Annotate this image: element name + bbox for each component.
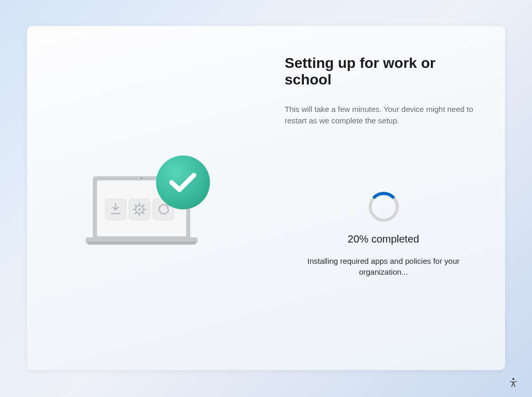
- progress-status: Installing required apps and policies fo…: [301, 256, 467, 278]
- svg-line-15: [143, 213, 144, 214]
- svg-point-19: [156, 155, 210, 209]
- svg-rect-1: [88, 242, 195, 245]
- gear-icon: [129, 199, 150, 220]
- accessibility-icon: [508, 377, 519, 388]
- download-icon: [105, 199, 126, 220]
- svg-point-9: [138, 208, 141, 211]
- svg-line-17: [135, 213, 136, 214]
- progress-section: 20% completed Installing required apps a…: [285, 191, 482, 278]
- svg-point-21: [512, 378, 514, 380]
- content-pane: Setting up for work or school This will …: [266, 26, 505, 370]
- progress-label: 20% completed: [348, 233, 419, 245]
- svg-line-14: [135, 205, 136, 206]
- laptop-setup-illustration: [79, 155, 214, 259]
- page-subtitle: This will take a few minutes. Your devic…: [285, 104, 482, 126]
- setup-dialog: Setting up for work or school This will …: [27, 26, 505, 370]
- svg-line-16: [143, 205, 144, 206]
- page-title: Setting up for work or school: [285, 55, 482, 88]
- svg-point-4: [141, 177, 143, 179]
- illustration-pane: [27, 26, 266, 370]
- accessibility-button[interactable]: [505, 374, 522, 391]
- checkmark-badge-icon: [156, 155, 210, 209]
- progress-spinner-icon: [368, 191, 400, 223]
